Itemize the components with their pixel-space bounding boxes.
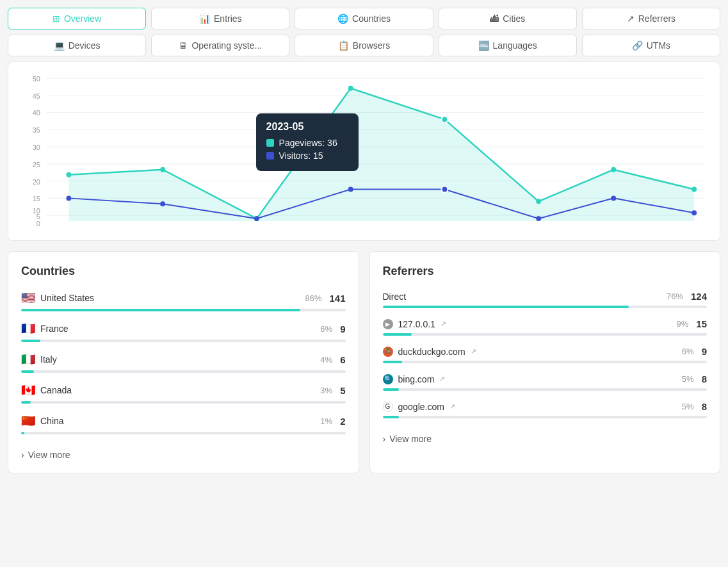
country-row-it: 🇮🇹 Italy 4% 6 [21,352,346,373]
tab-overview[interactable]: ⊞ Overview [8,8,146,29]
svg-text:15: 15 [33,195,40,202]
pv-point-5 [536,199,541,204]
svg-text:0: 0 [36,220,40,227]
svg-text:2023-05: 2023-05 [432,226,457,227]
external-link-icon-2[interactable]: ↗ [471,347,476,356]
tabs-row-1: ⊞ Overview 📊 Entries 🌐 Countries 🏙 Citie… [8,8,720,29]
tab-countries[interactable]: 🌐 Countries [295,8,433,29]
utms-icon: 🔗 [632,40,643,51]
pv-point-0 [66,172,71,177]
pv-point-3 [348,86,353,91]
localhost-icon: ▶ [383,319,393,329]
flag-us: 🇺🇸 [21,291,35,305]
countries-title: Countries [21,265,346,278]
svg-text:50: 50 [33,75,40,83]
referrer-row-bing: 🔍 bing.com ↗ 5% 8 [383,374,708,391]
svg-text:2023-03: 2023-03 [244,226,270,227]
svg-text:2023-08: 2023-08 [681,226,707,227]
browsers-icon: 📋 [338,40,349,51]
progress-us [21,309,300,311]
chart-container: 50 45 40 35 30 25 20 15 10 5 0 [8,62,720,241]
referrer-row-direct: Direct 76% 124 [383,291,708,308]
pv-point-1 [160,167,165,172]
vis-point-4 [441,186,448,193]
svg-text:2023-02: 2023-02 [150,226,175,227]
svg-text:30: 30 [33,144,40,151]
progress-ca [21,401,31,404]
country-row-fr: 🇫🇷 France 6% 9 [21,322,346,342]
google-icon: G [383,402,393,412]
progress-direct [383,306,629,308]
countries-panel: Countries 🇺🇸 United States 86% 141 [8,251,359,473]
chevron-right-icon: › [21,450,24,460]
panels-row: Countries 🇺🇸 United States 86% 141 [8,251,720,473]
progress-fr [21,340,40,342]
pv-point-4 [441,116,448,122]
countries-view-more[interactable]: › View more [21,445,346,460]
svg-text:35: 35 [33,126,40,134]
flag-ca: 🇨🇦 [21,383,35,397]
overview-icon: ⊞ [53,13,60,24]
chart-svg: 50 45 40 35 30 25 20 15 10 5 0 [21,75,707,227]
tab-os[interactable]: 🖥 Operating syste... [151,35,289,56]
os-icon: 🖥 [179,40,188,51]
chevron-right-icon-ref: › [383,434,386,444]
countries-icon: 🌐 [337,13,348,24]
vis-point-2 [254,216,259,221]
svg-text:2023-06: 2023-06 [526,226,551,227]
progress-google [383,416,399,418]
svg-text:20: 20 [33,178,40,186]
external-link-icon-1[interactable]: ↗ [441,320,446,328]
cities-icon: 🏙 [490,13,499,24]
referrer-row-localhost: ▶ 127.0.0.1 ↗ 9% 15 [383,318,708,336]
tabs-row-2: 💻 Devices 🖥 Operating syste... 📋 Browser… [8,35,720,56]
progress-bing [383,388,399,391]
tab-languages[interactable]: 🔤 Languages [439,35,577,56]
progress-localhost [383,333,412,336]
tab-entries[interactable]: 📊 Entries [151,8,289,29]
referrer-row-ddg: 🦆 duckduckgo.com ↗ 6% 9 [383,346,708,363]
flag-fr: 🇫🇷 [21,322,35,336]
progress-cn [21,432,24,434]
progress-ddg [383,361,402,363]
tab-browsers[interactable]: 📋 Browsers [295,35,433,56]
tab-utms[interactable]: 🔗 UTMs [582,35,720,56]
svg-text:2023-01: 2023-01 [56,226,81,227]
vis-point-7 [692,210,697,215]
svg-text:2023-07: 2023-07 [601,226,626,227]
ddg-icon: 🦆 [383,347,393,357]
pv-point-6 [611,167,616,172]
vis-point-3 [348,187,353,192]
vis-point-1 [160,201,165,206]
svg-text:25: 25 [33,161,40,168]
external-link-icon-3[interactable]: ↗ [439,375,445,383]
vis-point-5 [536,216,541,221]
languages-icon: 🔤 [478,40,489,51]
referrers-panel: Referrers Direct 76% 124 [369,251,721,473]
flag-cn: 🇨🇳 [21,414,35,428]
country-row-us: 🇺🇸 United States 86% 141 [21,291,346,311]
referrers-view-more[interactable]: › View more [383,429,708,444]
referrers-icon: ↗ [627,13,635,24]
bing-icon: 🔍 [383,374,393,384]
progress-it [21,370,34,373]
pv-point-7 [692,187,697,192]
external-link-icon-4[interactable]: ↗ [449,402,455,411]
referrer-row-google: G google.com ↗ 5% 8 [383,401,708,418]
tab-referrers[interactable]: ↗ Referrers [582,8,720,29]
vis-point-6 [611,195,616,201]
devices-icon: 💻 [54,40,65,51]
svg-text:45: 45 [33,92,40,100]
svg-text:2023-04: 2023-04 [338,226,364,227]
entries-icon: 📊 [199,13,210,24]
referrers-title: Referrers [383,265,708,278]
vis-point-0 [66,195,71,201]
flag-it: 🇮🇹 [21,352,35,366]
country-row-cn: 🇨🇳 China 1% 2 [21,414,346,434]
tab-cities[interactable]: 🏙 Cities [439,8,577,29]
country-row-ca: 🇨🇦 Canada 3% 5 [21,383,346,404]
svg-text:40: 40 [33,109,40,117]
tab-devices[interactable]: 💻 Devices [8,35,146,56]
